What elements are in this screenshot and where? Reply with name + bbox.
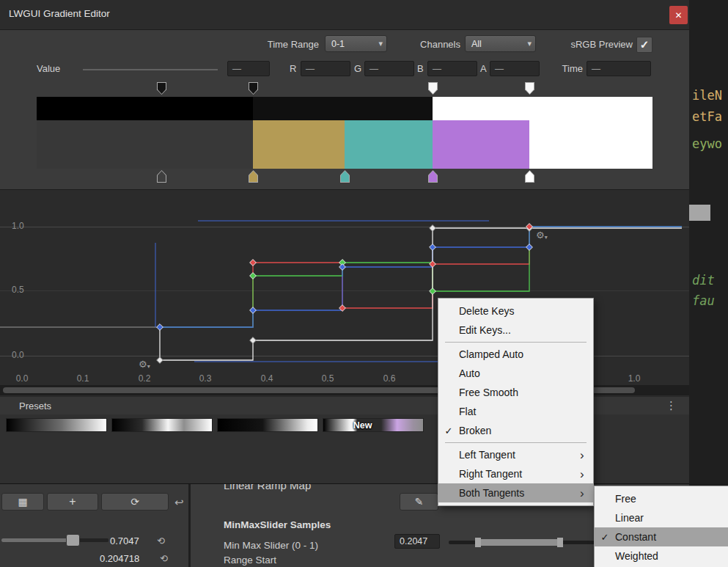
menu-item-label: Edit Keys...: [459, 324, 580, 336]
context-menu-item-left-tangent[interactable]: Left Tangent›: [438, 445, 593, 464]
curve-key-diamond[interactable]: [430, 288, 436, 295]
alpha-key-marker[interactable]: [249, 82, 258, 95]
curve-key-diamond[interactable]: [250, 337, 257, 344]
r-field[interactable]: —: [301, 61, 350, 76]
context-menu-item-right-tangent[interactable]: Right Tangent›: [438, 464, 593, 483]
menu-item-label: Delete Keys: [459, 305, 580, 317]
preset-swatch[interactable]: [6, 418, 107, 432]
code-text: ileN: [692, 88, 722, 103]
context-menu-item-flat[interactable]: Flat: [438, 402, 593, 421]
undo-arrow-icon[interactable]: ↩: [174, 496, 184, 509]
refresh-icon: ⟳: [130, 496, 139, 508]
curve-key-diamond[interactable]: [430, 225, 436, 232]
channels-value: All: [471, 39, 482, 49]
menu-item-label: Right Tangent: [459, 468, 580, 480]
add-button[interactable]: +: [47, 493, 98, 511]
new-preset-button[interactable]: New: [353, 420, 372, 431]
curve-options-gear-icon[interactable]: ⚙▾: [139, 359, 150, 370]
menu-item-label: Both Tangents: [459, 487, 580, 499]
revert-icon[interactable]: ⟲: [160, 553, 168, 564]
curve-key-diamond[interactable]: [430, 261, 436, 268]
srgb-preview-checkbox[interactable]: ✓: [636, 37, 652, 53]
minmax-slider-max-handle[interactable]: [557, 538, 563, 547]
editor-scrollbar-thumb[interactable]: [689, 205, 710, 221]
color-key-marker[interactable]: [340, 170, 350, 183]
color-key-marker[interactable]: [249, 170, 258, 183]
a-field[interactable]: —: [490, 61, 540, 76]
curve-key-diamond[interactable]: [339, 264, 346, 271]
kebab-menu-icon[interactable]: ⋮: [666, 399, 677, 412]
menu-separator: [445, 342, 587, 343]
context-menu-item-clamped-auto[interactable]: Clamped Auto: [438, 345, 593, 364]
preset-swatch[interactable]: [217, 418, 318, 432]
gradient-segment: [433, 120, 529, 169]
submenu-item-free[interactable]: Free: [595, 489, 728, 508]
preset-swatch[interactable]: New: [323, 418, 424, 432]
minmax-slider-min-handle[interactable]: [475, 538, 481, 547]
menu-item-label: Free: [615, 493, 716, 505]
background-code-editor: ileNetFaeywoditfau: [689, 0, 728, 567]
alpha-key-marker[interactable]: [525, 82, 534, 95]
min-value-field[interactable]: 0.2047: [394, 534, 440, 549]
curve-line: [160, 227, 682, 327]
slider-value[interactable]: 0.7047: [110, 535, 139, 546]
time-field[interactable]: —: [587, 61, 651, 76]
range-value[interactable]: 0.204718: [100, 553, 139, 564]
menu-item-label: Left Tangent: [459, 449, 580, 461]
context-menu-item-broken[interactable]: ✓Broken: [438, 421, 593, 440]
value-field[interactable]: —: [227, 61, 270, 76]
context-menu-item-auto[interactable]: Auto: [438, 364, 593, 383]
time-range-dropdown[interactable]: 0-1 ▾: [325, 35, 387, 52]
context-menu-item-free-smooth[interactable]: Free Smooth: [438, 383, 593, 402]
curve-key-diamond[interactable]: [250, 273, 257, 279]
value-slider[interactable]: [83, 69, 218, 70]
refresh-button[interactable]: ⟳: [101, 493, 169, 511]
save-button[interactable]: ▦: [1, 493, 44, 511]
value-slider-handle[interactable]: [66, 534, 80, 546]
menu-item-label: Clamped Auto: [459, 348, 580, 360]
srgb-preview-label: sRGB Preview: [539, 39, 633, 50]
submenu-item-linear[interactable]: Linear: [595, 508, 728, 527]
context-menu-item-edit-keys[interactable]: Edit Keys...: [438, 321, 593, 340]
color-key-marker[interactable]: [157, 170, 166, 183]
context-menu-item-both-tangents[interactable]: Both Tangents›: [438, 483, 593, 502]
alpha-key-marker[interactable]: [157, 82, 166, 95]
curve-key-diamond[interactable]: [250, 307, 257, 314]
presets-label: Presets: [19, 400, 51, 411]
g-label: G: [354, 63, 361, 74]
alpha-key-marker[interactable]: [428, 82, 438, 95]
edit-button[interactable]: ✎: [400, 493, 438, 511]
color-key-marker[interactable]: [428, 170, 438, 183]
menu-item-label: Flat: [459, 406, 580, 417]
color-strip[interactable]: [37, 120, 652, 169]
curve-key-diamond[interactable]: [430, 244, 436, 251]
curve-key-diamond[interactable]: [157, 324, 163, 331]
minmax-slider-range[interactable]: [481, 539, 557, 546]
time-range-label: Time Range: [249, 39, 319, 50]
gradient-segment: [529, 120, 652, 169]
channels-dropdown[interactable]: All ▾: [465, 35, 536, 52]
b-field[interactable]: —: [427, 61, 477, 76]
curve-line: [160, 227, 682, 327]
ramp-map-label: Linear Ramp Map: [224, 484, 311, 491]
context-menu-item-delete-keys[interactable]: Delete Keys: [438, 301, 593, 321]
menu-item-label: Auto: [459, 367, 580, 379]
curve-key-diamond[interactable]: [250, 260, 257, 266]
preset-library-panel: ▦ + ⟳ ↩ 0.7047 ⟲ 0.204718 ⟲: [0, 484, 191, 567]
curve-key-diamond[interactable]: [526, 244, 533, 251]
curve-options-gear-icon[interactable]: ⚙▾: [536, 230, 548, 241]
submenu-arrow-icon: ›: [580, 468, 593, 480]
submenu-item-constant[interactable]: ✓Constant: [595, 527, 728, 546]
g-field[interactable]: —: [364, 61, 414, 76]
curve-key-diamond[interactable]: [157, 357, 163, 364]
color-marker-row: [0, 170, 689, 183]
revert-icon[interactable]: ⟲: [157, 535, 165, 546]
submenu-arrow-icon: ›: [580, 449, 593, 461]
alpha-strip[interactable]: [37, 97, 652, 120]
preset-swatch[interactable]: [111, 418, 213, 432]
submenu-item-weighted[interactable]: Weighted: [595, 546, 728, 566]
color-key-marker[interactable]: [525, 170, 534, 183]
code-text: dit: [692, 273, 715, 288]
close-button[interactable]: ✕: [669, 6, 688, 24]
plus-icon: +: [69, 495, 76, 508]
